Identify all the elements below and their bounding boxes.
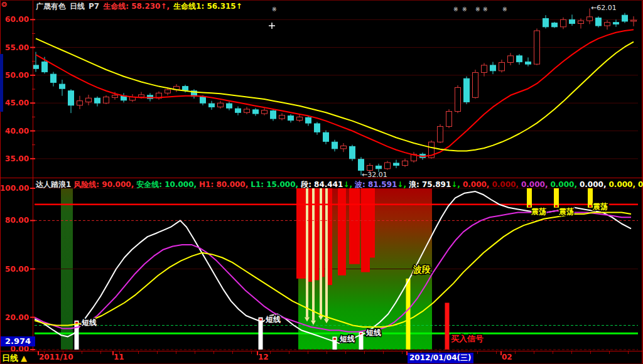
timeline-tick bbox=[383, 351, 384, 354]
candle-body bbox=[323, 132, 329, 141]
timeline-tick bbox=[477, 351, 478, 354]
candle-body bbox=[104, 97, 109, 103]
signal-label: 买入信号 bbox=[451, 334, 484, 343]
timeline-tick bbox=[402, 351, 403, 354]
red-histogram-bar bbox=[338, 188, 346, 276]
signal-label: 震荡 bbox=[558, 207, 574, 216]
candle-body bbox=[350, 146, 355, 159]
oscillation-bar bbox=[554, 188, 559, 208]
candle-body bbox=[183, 87, 188, 90]
candle-body bbox=[315, 124, 320, 132]
timeline-label: 12 bbox=[258, 353, 269, 361]
candle-body bbox=[490, 65, 496, 71]
legend-item: 生命线1: 56.315↑ bbox=[173, 2, 242, 11]
trend-arrow-icon: ↓, bbox=[397, 180, 406, 189]
timeline-tick bbox=[515, 351, 516, 354]
timeline-tick bbox=[590, 351, 591, 354]
candle-body bbox=[77, 101, 83, 105]
timeline-tick bbox=[195, 351, 195, 354]
candle-body bbox=[578, 21, 584, 23]
candle-body bbox=[218, 103, 224, 107]
candle-body bbox=[95, 98, 100, 103]
candle-body bbox=[209, 104, 215, 107]
candle-body bbox=[552, 23, 558, 27]
red-histogram-bar bbox=[361, 188, 370, 272]
indicator-param: 0.000, bbox=[580, 180, 607, 189]
down-arrow-line bbox=[320, 188, 322, 316]
timeline-tick bbox=[345, 351, 346, 354]
indicator-param: 0.000, bbox=[608, 180, 635, 189]
signal-label: 短线 bbox=[265, 315, 281, 324]
ex-rights-mark: ※ bbox=[483, 6, 488, 13]
timeline-tick bbox=[251, 351, 252, 354]
candle-body bbox=[534, 31, 540, 64]
candle-body bbox=[271, 111, 276, 119]
title-part: 日线 bbox=[70, 2, 85, 11]
candle-body bbox=[244, 109, 250, 112]
y-axis-label: 50.00 bbox=[0, 265, 29, 274]
candle-body bbox=[367, 166, 373, 171]
ex-rights-mark: ※ bbox=[502, 6, 507, 13]
indicator-name: 达人踏浪1 bbox=[36, 180, 71, 189]
ex-rights-mark: ※ bbox=[462, 6, 467, 13]
candle-body bbox=[306, 117, 311, 123]
red-histogram-bar bbox=[314, 188, 319, 280]
title-part: P7 bbox=[89, 2, 99, 11]
candle-body bbox=[403, 161, 408, 165]
candle-body bbox=[385, 163, 391, 169]
timeline-tick bbox=[289, 351, 289, 354]
y-axis-label: 35.00 bbox=[0, 154, 29, 163]
candle-body bbox=[605, 23, 610, 26]
indicator-param: 0.000, bbox=[638, 180, 643, 189]
timeline-tick bbox=[534, 351, 534, 354]
timeline-label: 11 bbox=[114, 353, 124, 361]
candle-body bbox=[165, 90, 171, 93]
timeline-tick bbox=[82, 351, 82, 354]
timeline-tick bbox=[157, 351, 158, 354]
candle-body bbox=[446, 112, 452, 127]
candle-body bbox=[235, 109, 241, 112]
timeline-tick bbox=[628, 351, 629, 354]
y-axis-label: 60.00 bbox=[0, 15, 29, 24]
candle-body bbox=[394, 163, 399, 166]
signal-bar-tip bbox=[259, 319, 262, 321]
red-histogram-bar bbox=[308, 188, 312, 282]
candle-body bbox=[376, 166, 382, 168]
ex-rights-mark: ※ bbox=[475, 6, 480, 13]
candle-body bbox=[112, 95, 118, 98]
candle-body bbox=[227, 104, 232, 108]
legend-item: 生命线: 58.230↑, bbox=[103, 2, 170, 11]
oscillation-bar-tip bbox=[555, 205, 558, 207]
period-selector[interactable]: 日线▲ bbox=[2, 353, 27, 364]
candle-body bbox=[543, 19, 549, 27]
indicator-value-box: 2.974 bbox=[1, 336, 35, 346]
app-icon[interactable]: ❂ bbox=[1, 1, 9, 9]
ma-line-生命线 bbox=[36, 29, 634, 156]
candle-body bbox=[482, 65, 487, 73]
signal-label: 波段 bbox=[413, 264, 431, 274]
indicator-param: H1: 80.000, bbox=[199, 180, 248, 189]
timeline-tick bbox=[553, 351, 553, 354]
candle-body bbox=[60, 84, 65, 88]
trend-arrow-icon: ↓, bbox=[343, 180, 352, 189]
indicator-header: 达人踏浪1风险线: 90.000,安全线: 10.000,H1: 80.000,… bbox=[36, 179, 643, 188]
candle-body bbox=[42, 62, 48, 72]
candle-body bbox=[139, 95, 144, 97]
stock-app-window: ※※※※※※←62.01←32.01短线短线短线短线波段买入信号震荡震荡震荡 ❂… bbox=[0, 0, 643, 364]
candle-body bbox=[341, 146, 347, 148]
indicator-param: 风险线: 90.000, bbox=[73, 180, 134, 189]
candle-body bbox=[631, 20, 637, 21]
candle-body bbox=[438, 126, 443, 142]
candle-body bbox=[51, 74, 57, 82]
timeline-tick bbox=[232, 351, 233, 354]
ma-line-生命线1 bbox=[36, 38, 634, 151]
candle-body bbox=[464, 78, 470, 102]
y-axis-label: 50.00 bbox=[0, 71, 29, 80]
ex-rights-mark: ※ bbox=[272, 6, 277, 13]
timeline-tick bbox=[176, 351, 176, 354]
candle-body bbox=[253, 110, 259, 114]
red-histogram-bar bbox=[296, 188, 306, 279]
indicator-param: 安全线: 10.000, bbox=[136, 180, 197, 189]
timeline-tick bbox=[496, 351, 497, 354]
timeline-label: 2011/10 bbox=[39, 353, 73, 361]
